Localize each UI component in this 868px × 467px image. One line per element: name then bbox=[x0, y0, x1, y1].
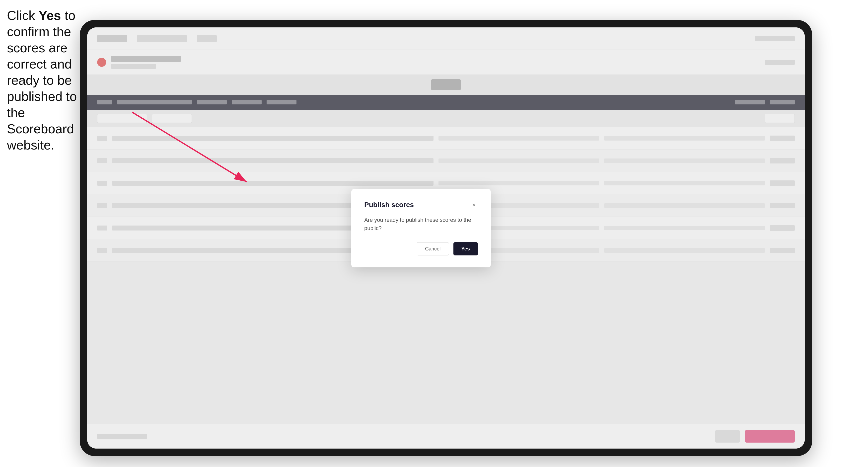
tablet-screen: Publish scores × Are you ready to publis… bbox=[87, 27, 805, 448]
cancel-button[interactable]: Cancel bbox=[417, 242, 449, 255]
instruction-suffix: to confirm the scores are correct and re… bbox=[7, 8, 77, 152]
yes-button[interactable]: Yes bbox=[454, 242, 478, 255]
tablet-device: Publish scores × Are you ready to publis… bbox=[80, 20, 812, 456]
dialog-overlay: Publish scores × Are you ready to publis… bbox=[87, 27, 805, 448]
dialog-close-button[interactable]: × bbox=[470, 201, 478, 209]
publish-dialog: Publish scores × Are you ready to publis… bbox=[351, 189, 491, 268]
dialog-title: Publish scores bbox=[364, 201, 414, 209]
instruction-text: Click Yes to confirm the scores are corr… bbox=[7, 7, 79, 153]
dialog-body: Are you ready to publish these scores to… bbox=[364, 216, 478, 232]
dialog-header: Publish scores × bbox=[364, 201, 478, 209]
dialog-footer: Cancel Yes bbox=[364, 242, 478, 255]
bold-yes: Yes bbox=[39, 8, 61, 23]
